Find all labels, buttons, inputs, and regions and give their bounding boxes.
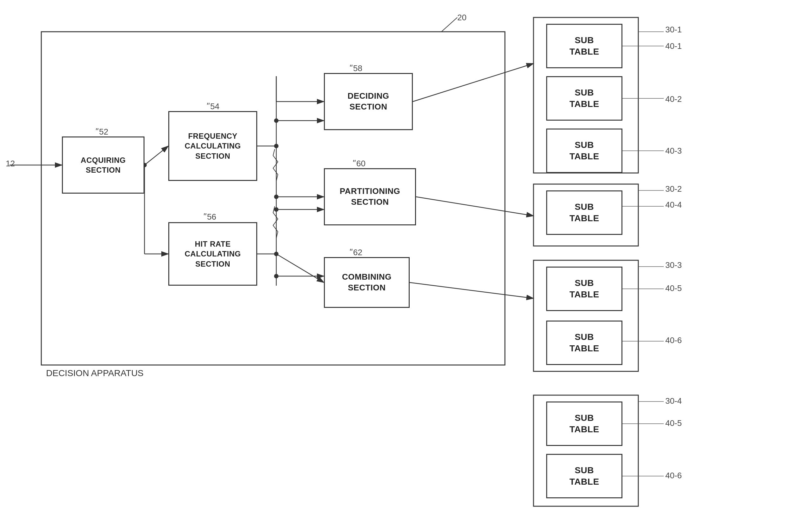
svg-line-24 xyxy=(416,197,533,216)
ref-40-6b: 40-6 xyxy=(665,471,682,481)
ref-40-1: 40-1 xyxy=(665,41,682,51)
hit-rate-section-box: HIT RATECALCULATINGSECTION xyxy=(168,222,257,285)
ref-40-5b: 40-5 xyxy=(665,418,682,428)
ref-30-3: 30-3 xyxy=(665,260,682,270)
sub-table-40-2: SUBTABLE xyxy=(546,76,622,121)
partitioning-section-box: PARTITIONINGSECTION xyxy=(324,168,416,226)
ref-20: 20 xyxy=(457,13,466,23)
ref-52: ʺ52 xyxy=(95,127,108,137)
ref-40-2: 40-2 xyxy=(665,94,682,104)
sub-table-40-3: SUBTABLE xyxy=(546,128,622,173)
ref-40-6: 40-6 xyxy=(665,335,682,345)
ref-60: ʺ60 xyxy=(352,159,366,169)
svg-line-14 xyxy=(276,101,324,146)
svg-point-19 xyxy=(274,207,279,212)
svg-line-20 xyxy=(276,254,324,282)
sub-table-40-4: SUBTABLE xyxy=(546,190,622,235)
freq-calc-section-box: FREQUENCYCALCULATINGSECTION xyxy=(168,111,257,181)
ref-12: 12 xyxy=(6,159,15,169)
ref-56: ʺ56 xyxy=(203,212,216,222)
acquiring-section-box: ACQUIRINGSECTION xyxy=(62,137,144,193)
sub-table-40-5: SUBTABLE xyxy=(546,267,622,311)
svg-point-22 xyxy=(274,274,279,278)
ref-40-4: 40-4 xyxy=(665,200,682,210)
svg-line-25 xyxy=(410,282,533,298)
decision-apparatus-label: DECISION APPARATUS xyxy=(46,368,144,378)
sub-table-40-1: SUBTABLE xyxy=(546,24,622,68)
ref-30-4: 30-4 xyxy=(665,396,682,406)
svg-point-16 xyxy=(274,118,279,123)
svg-line-2 xyxy=(144,146,168,165)
svg-line-23 xyxy=(413,63,533,101)
svg-line-26 xyxy=(441,18,457,32)
ref-30-2: 30-2 xyxy=(665,184,682,194)
ref-58: ʺ58 xyxy=(349,63,362,73)
sub-table-40-6b: SUBTABLE xyxy=(546,454,622,498)
sub-table-40-5b: SUBTABLE xyxy=(546,401,622,446)
ref-40-3: 40-3 xyxy=(665,146,682,156)
ref-62: ʺ62 xyxy=(349,247,362,258)
ref-40-5: 40-5 xyxy=(665,283,682,293)
ref-54: ʺ54 xyxy=(206,101,220,112)
sub-table-40-6: SUBTABLE xyxy=(546,321,622,365)
deciding-section-box: DECIDINGSECTION xyxy=(324,73,413,130)
svg-rect-0 xyxy=(41,32,505,365)
combining-section-box: COMBININGSECTION xyxy=(324,257,410,308)
ref-30-1: 30-1 xyxy=(665,25,682,35)
